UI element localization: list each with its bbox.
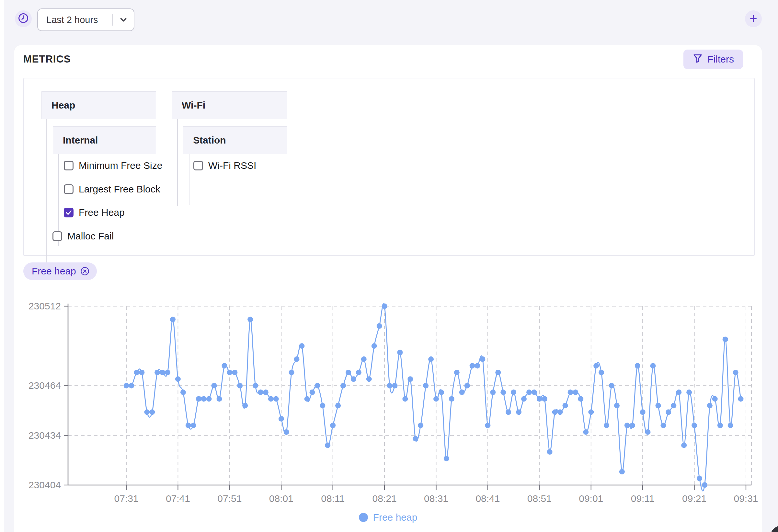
- checkbox-row-minimum-free-size[interactable]: Minimum Free Size: [64, 160, 162, 171]
- chevron-down-icon[interactable]: [113, 15, 134, 25]
- svg-text:07:51: 07:51: [217, 493, 242, 504]
- checkbox-row-largest-free-block[interactable]: Largest Free Block: [64, 184, 160, 195]
- legend-label: Free heap: [373, 512, 417, 523]
- free-heap-checkbox[interactable]: [64, 208, 74, 217]
- time-range-clock-button[interactable]: [15, 10, 32, 27]
- clock-icon: [18, 13, 29, 25]
- filters-button-label: Filters: [707, 54, 734, 65]
- panel-title: METRICS: [23, 54, 71, 65]
- svg-text:08:01: 08:01: [269, 493, 294, 504]
- corner-fab[interactable]: [770, 526, 778, 532]
- svg-text:230512: 230512: [28, 301, 61, 311]
- minimum-free-size-checkbox[interactable]: [64, 161, 74, 170]
- svg-text:08:51: 08:51: [527, 493, 552, 504]
- svg-text:230404: 230404: [28, 479, 61, 490]
- wifi-rssi-checkbox[interactable]: [193, 161, 203, 170]
- chart-legend-free-heap[interactable]: Free heap: [14, 512, 762, 523]
- tree-connector: [189, 154, 189, 205]
- time-range-value: Last 2 hours: [38, 15, 112, 25]
- tree-node-station[interactable]: Station: [183, 126, 287, 154]
- wifi-rssi-label: Wi-Fi RSSI: [208, 160, 256, 171]
- svg-text:230434: 230434: [28, 430, 61, 441]
- time-range-dropdown[interactable]: Last 2 hours: [37, 8, 135, 31]
- svg-text:08:11: 08:11: [321, 493, 344, 504]
- tree-node-internal-label: Internal: [63, 135, 98, 146]
- free-heap-chip-label: Free heap: [32, 266, 76, 277]
- tree-connector: [177, 119, 178, 206]
- dot-icon: [359, 513, 368, 522]
- checkbox-row-free-heap[interactable]: Free Heap: [64, 207, 125, 218]
- tree-node-wifi[interactable]: Wi-Fi: [172, 91, 287, 119]
- free-heap-label: Free Heap: [79, 207, 125, 218]
- svg-text:09:01: 09:01: [579, 493, 603, 504]
- plus-icon: +: [750, 12, 757, 25]
- svg-text:230464: 230464: [28, 380, 61, 391]
- tree-connector: [46, 119, 47, 269]
- free-heap-chip[interactable]: Free heap: [23, 262, 97, 280]
- chart-canvas[interactable]: 23051223046423043423040407:3107:4107:510…: [0, 285, 778, 512]
- tree-node-heap[interactable]: Heap: [42, 91, 156, 119]
- minimum-free-size-label: Minimum Free Size: [79, 160, 162, 171]
- dashboard-page: { "topbar": { "time_range_value": "Last …: [0, 0, 778, 532]
- metrics-card: METRICS Filters Heap Wi-Fi Internal Stat…: [14, 45, 762, 532]
- check-icon: [65, 209, 72, 216]
- tree-node-internal[interactable]: Internal: [53, 126, 156, 154]
- funnel-icon: [693, 53, 703, 66]
- metrics-tree: Heap Wi-Fi Internal Station Minimum Free…: [23, 78, 755, 256]
- tree-node-heap-label: Heap: [52, 100, 75, 111]
- svg-text:08:21: 08:21: [373, 493, 397, 504]
- svg-text:09:11: 09:11: [631, 493, 654, 504]
- malloc-fail-label: Malloc Fail: [67, 231, 114, 242]
- svg-text:07:41: 07:41: [166, 493, 190, 504]
- free-heap-chart[interactable]: 23051223046423043423040407:3107:4107:510…: [0, 285, 778, 512]
- svg-text:07:31: 07:31: [114, 493, 138, 504]
- svg-text:09:31: 09:31: [733, 493, 758, 504]
- checkbox-row-wifi-rssi[interactable]: Wi-Fi RSSI: [193, 160, 256, 171]
- svg-text:09:21: 09:21: [682, 493, 706, 504]
- svg-text:08:41: 08:41: [475, 493, 500, 504]
- largest-free-block-checkbox[interactable]: [64, 184, 74, 194]
- circle-x-icon[interactable]: [80, 266, 90, 276]
- largest-free-block-label: Largest Free Block: [79, 184, 160, 195]
- svg-text:08:31: 08:31: [424, 493, 448, 504]
- tree-node-wifi-label: Wi-Fi: [182, 100, 205, 111]
- filters-button[interactable]: Filters: [683, 50, 743, 69]
- tree-node-station-label: Station: [193, 135, 226, 146]
- checkbox-row-malloc-fail[interactable]: Malloc Fail: [53, 231, 114, 242]
- malloc-fail-checkbox[interactable]: [53, 231, 62, 241]
- add-panel-button[interactable]: +: [745, 10, 762, 27]
